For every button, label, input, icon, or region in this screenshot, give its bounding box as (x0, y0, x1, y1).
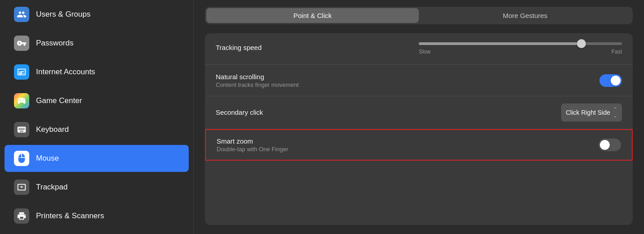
sidebar-item-mouse[interactable]: Mouse (5, 145, 189, 172)
printers-icon (14, 208, 30, 224)
sidebar-item-game-center[interactable]: Game Center (5, 87, 189, 114)
natural-scrolling-label: Natural scrolling Content tracks finger … (216, 73, 599, 88)
keyboard-icon (14, 122, 30, 138)
natural-scrolling-toggle-thumb (611, 76, 621, 86)
game-icon (14, 93, 30, 109)
tab-point-click[interactable]: Point & Click (206, 8, 419, 23)
trackpad-icon (14, 179, 30, 195)
secondary-click-value: Click Right Side (566, 109, 610, 116)
smart-zoom-row: Smart zoom Double-tap with One Finger (205, 129, 633, 161)
sidebar-item-users-groups-label: Users & Groups (36, 10, 91, 19)
passwords-icon (14, 35, 30, 51)
sidebar-item-trackpad[interactable]: Trackpad (5, 174, 189, 201)
slider-slow-label: Slow (419, 49, 431, 55)
sidebar-item-internet-accounts-label: Internet Accounts (36, 68, 95, 76)
sidebar-item-keyboard-label: Keyboard (36, 125, 69, 134)
smart-zoom-subtitle: Double-tap with One Finger (217, 146, 599, 153)
tracking-speed-label: Tracking speed (216, 44, 419, 52)
natural-scrolling-control (599, 74, 622, 87)
secondary-click-row: Secondary click Click Right Side ⌃⌄ (205, 96, 633, 129)
slider-thumb[interactable] (577, 39, 586, 48)
smart-zoom-toggle-thumb (600, 140, 610, 150)
natural-scrolling-row: Natural scrolling Content tracks finger … (205, 65, 633, 96)
sidebar-item-game-center-label: Game Center (36, 96, 82, 105)
sidebar-item-trackpad-label: Trackpad (36, 183, 68, 192)
secondary-click-title: Secondary click (216, 108, 561, 116)
natural-scrolling-toggle[interactable] (599, 74, 622, 87)
sidebar-item-passwords[interactable]: Passwords (5, 30, 189, 57)
mouse-icon (14, 150, 30, 166)
smart-zoom-toggle[interactable] (599, 139, 621, 151)
tracking-slider-area: Slow Fast (419, 40, 622, 55)
secondary-click-label: Secondary click (216, 108, 561, 117)
smart-zoom-title: Smart zoom (217, 137, 599, 145)
tab-bar: Point & Click More Gestures (205, 7, 633, 24)
tracking-top: Tracking speed Slow Fast (216, 40, 622, 55)
smart-zoom-label: Smart zoom Double-tap with One Finger (217, 137, 599, 153)
sidebar-item-mouse-label: Mouse (36, 154, 59, 163)
sidebar-item-printers-scanners-label: Printers & Scanners (36, 212, 104, 220)
slider-fast-label: Fast (612, 49, 622, 55)
dropdown-arrows-icon: ⌃⌄ (613, 106, 617, 119)
smart-zoom-control (599, 139, 621, 151)
sidebar-item-internet-accounts[interactable]: @ Internet Accounts (5, 58, 189, 86)
sidebar: Users & Groups Passwords @ Internet Acco… (0, 0, 194, 234)
sidebar-item-users-groups[interactable]: Users & Groups (5, 1, 189, 28)
main-content: Point & Click More Gestures Tracking spe… (194, 0, 644, 234)
secondary-click-control: Click Right Side ⌃⌄ (561, 104, 622, 122)
internet-icon: @ (14, 64, 30, 80)
svg-text:@: @ (19, 71, 23, 75)
sidebar-item-printers-scanners[interactable]: Printers & Scanners (5, 202, 189, 230)
natural-scrolling-subtitle: Content tracks finger movement (216, 81, 599, 88)
users-icon (14, 6, 30, 22)
sidebar-item-keyboard[interactable]: Keyboard (5, 116, 189, 143)
tab-more-gestures[interactable]: More Gestures (419, 8, 631, 23)
settings-panel: Tracking speed Slow Fast Natural scrolli… (205, 33, 633, 225)
sidebar-item-passwords-label: Passwords (36, 39, 73, 48)
slider-labels: Slow Fast (419, 49, 622, 55)
natural-scrolling-title: Natural scrolling (216, 73, 599, 81)
tracking-speed-row: Tracking speed Slow Fast (205, 33, 633, 65)
tracking-speed-slider-track (419, 42, 622, 45)
slider-fill (419, 42, 581, 45)
secondary-click-dropdown[interactable]: Click Right Side ⌃⌄ (561, 104, 622, 122)
